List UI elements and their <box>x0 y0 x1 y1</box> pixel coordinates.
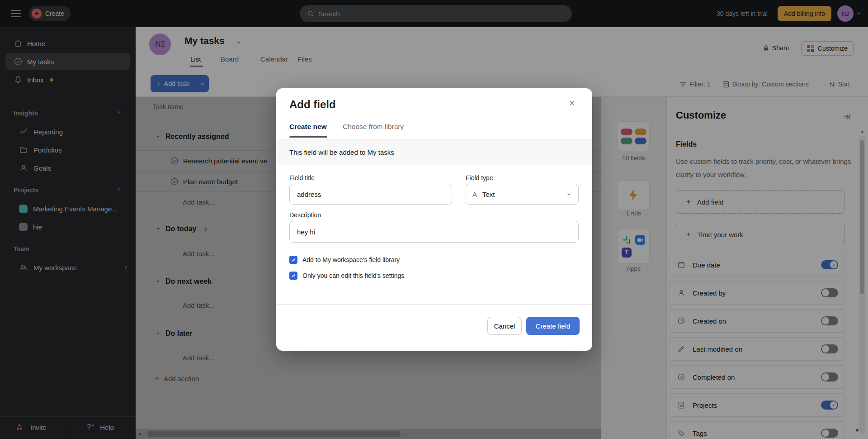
add-project-icon[interactable]: + <box>117 185 121 194</box>
add-insight-icon[interactable]: + <box>117 108 121 117</box>
add-task-split-button[interactable]: + Add task <box>151 75 209 92</box>
scrollbar-thumb[interactable] <box>147 431 401 437</box>
add-task-dropdown[interactable] <box>196 75 209 92</box>
sidebar-item-reporting[interactable]: Reporting <box>5 123 130 140</box>
horizontal-scrollbar[interactable]: ◂ <box>136 429 601 439</box>
sort-control[interactable]: Sort <box>829 81 850 88</box>
modal-tab-choose-library[interactable]: Choose from library <box>343 123 404 131</box>
toggle-off[interactable] <box>821 316 838 325</box>
customize-panel-title: Customize <box>676 110 726 121</box>
toggle-on[interactable] <box>821 401 838 410</box>
scroll-left-arrow-icon[interactable]: ◂ <box>138 430 141 437</box>
invite-label: Invite <box>30 424 47 431</box>
apps-card[interactable]: T … <box>617 229 650 263</box>
sidebar-item-my-workspace[interactable]: My workspace <box>5 259 130 276</box>
filter-control[interactable]: Filter: 1 <box>680 81 711 88</box>
apps-label[interactable]: Apps <box>601 265 666 272</box>
help-button[interactable]: ?✦ Help <box>87 423 114 431</box>
field-row-last-modified[interactable]: Last modified on <box>670 337 845 361</box>
toggle-off[interactable] <box>821 288 838 297</box>
tab-list[interactable]: List <box>190 55 201 63</box>
sidebar-item-project-marketing[interactable]: Marketing Events Manage... <box>5 200 130 217</box>
toggle-off[interactable] <box>821 429 838 438</box>
chevron-right-icon <box>123 265 128 270</box>
chevron-down-icon[interactable] <box>236 39 242 45</box>
field-row-tags[interactable]: Tags <box>670 421 845 439</box>
triangle-down-icon[interactable] <box>156 331 161 336</box>
fields-count-label[interactable]: 10 fields <box>601 155 666 162</box>
sidebar-item-goals[interactable]: Goals <box>5 159 130 177</box>
sidebar-section-projects[interactable]: Projects <box>14 186 38 194</box>
field-row-created-by[interactable]: Created by <box>670 281 845 305</box>
triangle-down-icon[interactable] <box>156 226 161 232</box>
project-color-swatch <box>19 205 28 213</box>
rules-count-label[interactable]: 1 rule <box>601 210 666 217</box>
triangle-down-icon[interactable] <box>156 134 161 139</box>
sidebar-section-insights[interactable]: Insights <box>14 110 38 117</box>
add-field-button[interactable]: + Add field <box>676 190 845 214</box>
scrollbar-thumb[interactable] <box>860 140 864 294</box>
field-title-label: Field title <box>289 174 315 181</box>
zoom-icon <box>635 235 645 245</box>
chevron-down-icon[interactable] <box>856 10 862 16</box>
collapse-panel-icon[interactable] <box>842 112 851 121</box>
field-row-created-on[interactable]: Created on <box>670 309 845 333</box>
tab-board[interactable]: Board <box>221 55 239 63</box>
page-header: N2 My tasks List Board Calendar Files Sh… <box>136 27 868 97</box>
group-by-control[interactable]: Group by: Custom sections <box>722 81 809 88</box>
field-row-due-date[interactable]: Due date <box>670 253 845 277</box>
close-icon[interactable] <box>568 99 576 107</box>
add-task-row[interactable]: Add task... <box>183 301 215 309</box>
checkbox-checked-icon[interactable] <box>289 272 297 280</box>
rules-card[interactable] <box>617 180 650 210</box>
sidebar-item-inbox[interactable]: Inbox <box>5 72 130 88</box>
task-name[interactable]: Research potential event ve <box>183 157 267 165</box>
toggle-off[interactable] <box>821 372 838 382</box>
column-header-task-name: Task name <box>153 103 184 110</box>
hamburger-menu-icon[interactable] <box>11 10 21 17</box>
checkbox-row-edit-settings[interactable]: Only you can edit this field's settings <box>289 272 404 280</box>
add-task-row[interactable]: Add task... <box>183 354 215 362</box>
cancel-button[interactable]: Cancel <box>487 317 522 335</box>
add-section-button[interactable]: + Add section <box>155 374 199 383</box>
triangle-down-icon[interactable] <box>156 279 161 284</box>
modal-tab-create-new[interactable]: Create new <box>289 123 327 131</box>
add-task-row[interactable]: Add task... <box>183 198 215 206</box>
field-type-select[interactable]: A Text <box>466 184 579 205</box>
checkbox-checked-icon[interactable] <box>289 256 297 264</box>
time-your-work-button[interactable]: + Time your work <box>676 223 845 246</box>
toggle-off[interactable] <box>821 344 838 353</box>
tab-files[interactable]: Files <box>297 55 312 63</box>
add-billing-button[interactable]: Add billing info <box>778 6 831 21</box>
sidebar-item-my-tasks[interactable]: My tasks <box>5 53 130 70</box>
tab-calendar[interactable]: Calendar <box>260 55 288 63</box>
fields-card[interactable] <box>617 121 650 151</box>
clipboard-icon <box>677 401 685 409</box>
sidebar-item-home[interactable]: Home <box>5 35 130 52</box>
toggle-on[interactable] <box>821 260 838 269</box>
sidebar-item-portfolios[interactable]: Portfolios <box>5 141 130 158</box>
checkbox-row-library[interactable]: Add to My workspace's field library <box>289 256 400 264</box>
avatar[interactable]: N2 <box>837 5 854 22</box>
search-bar[interactable] <box>300 5 572 22</box>
scroll-up-arrow-icon[interactable]: ▲ <box>860 129 865 134</box>
field-title-input[interactable] <box>289 184 452 205</box>
scroll-down-arrow-icon[interactable]: ▼ <box>854 427 860 434</box>
create-field-button[interactable]: Create field <box>526 317 580 335</box>
add-task-button[interactable]: + Add task <box>151 75 196 92</box>
description-input[interactable] <box>289 221 579 243</box>
field-row-completed-on[interactable]: Completed on <box>670 365 845 389</box>
task-check-icon[interactable] <box>170 157 179 165</box>
search-input[interactable] <box>318 10 565 18</box>
customize-rail: 10 fields 1 rule T … Apps <box>601 97 666 439</box>
customize-button[interactable]: Customize <box>801 41 854 56</box>
more-apps-icon: … <box>637 249 644 257</box>
invite-button[interactable]: Invite <box>16 423 47 431</box>
task-check-icon[interactable] <box>170 177 179 186</box>
field-row-projects[interactable]: Projects <box>670 393 845 417</box>
add-task-row[interactable]: Add task... <box>183 250 215 258</box>
task-name[interactable]: Plan event budget <box>183 178 238 186</box>
share-button[interactable]: Share <box>763 44 789 52</box>
create-button[interactable]: + Create <box>29 6 71 21</box>
sidebar-item-project-hie[interactable]: hie <box>5 218 130 235</box>
